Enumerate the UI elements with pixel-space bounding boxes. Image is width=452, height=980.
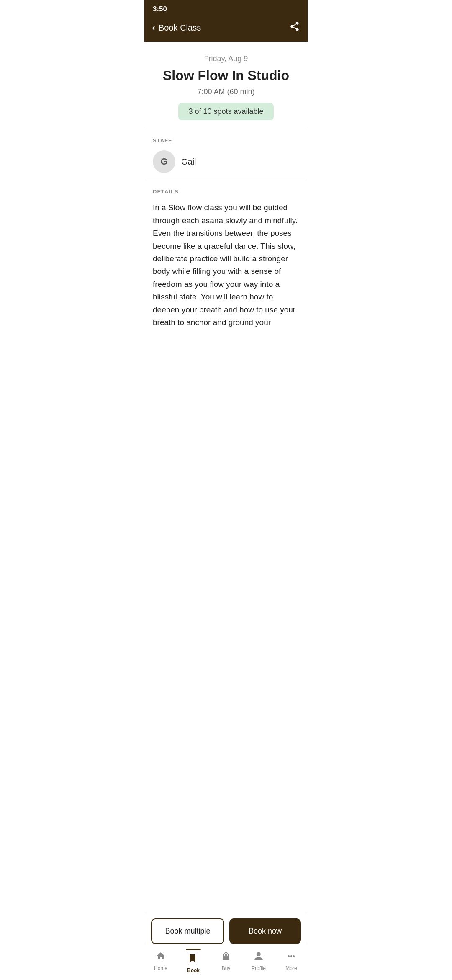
staff-section: STAFF G Gail [144,129,308,180]
nav-item-buy[interactable]: Buy [210,951,242,971]
share-button[interactable] [289,21,300,34]
bottom-nav: Home Book Buy Profile More [144,944,308,980]
status-time: 3:50 [153,5,167,13]
nav-item-profile[interactable]: Profile [242,951,275,971]
active-indicator [186,949,201,950]
spots-available-badge: 3 of 10 spots available [178,103,273,120]
staff-section-label: STAFF [153,137,299,144]
nav-item-book[interactable]: Book [177,949,210,973]
nav-label-more: More [285,965,297,971]
class-date: Friday, Aug 9 [153,54,299,63]
status-bar: 3:50 [144,0,308,17]
details-text: In a Slow flow class you will be guided … [153,201,299,329]
book-now-button[interactable]: Book now [229,918,301,944]
staff-row: G Gail [153,150,299,173]
nav-label-buy: Buy [222,965,231,971]
book-icon [188,953,198,966]
details-section: DETAILS In a Slow flow class you will be… [144,180,308,337]
staff-avatar-letter: G [160,156,167,167]
home-icon [156,951,166,964]
nav-item-home[interactable]: Home [144,951,177,971]
class-info-section: Friday, Aug 9 Slow Flow In Studio 7:00 A… [144,42,308,129]
header: ‹ Book Class [144,17,308,42]
class-name: Slow Flow In Studio [153,67,299,83]
buy-icon [221,951,231,964]
nav-label-home: Home [154,965,167,971]
back-arrow-icon: ‹ [152,23,155,33]
share-icon [289,21,300,32]
nav-item-more[interactable]: More [275,951,308,971]
staff-name: Gail [181,157,196,167]
nav-label-profile: Profile [252,965,266,971]
book-multiple-button[interactable]: Book multiple [151,918,224,944]
details-section-label: DETAILS [153,188,299,195]
header-title: Book Class [159,23,201,33]
staff-avatar: G [153,150,175,173]
more-icon [286,951,296,964]
content: Friday, Aug 9 Slow Flow In Studio 7:00 A… [144,42,308,387]
profile-icon [254,951,264,964]
back-button[interactable]: ‹ Book Class [152,23,201,33]
nav-label-book: Book [187,967,200,973]
class-time: 7:00 AM (60 min) [153,88,299,96]
